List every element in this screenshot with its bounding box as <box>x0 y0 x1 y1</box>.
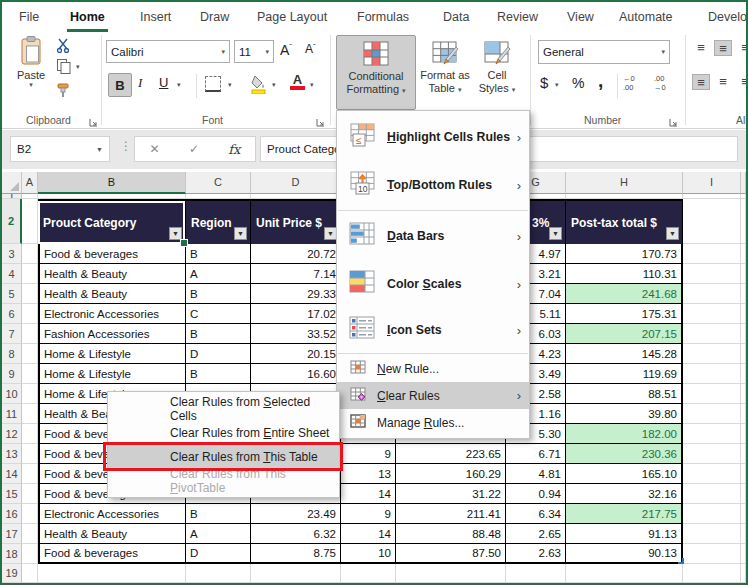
cell-H10[interactable]: 88.51 <box>566 384 683 404</box>
menu-item-data-bars[interactable]: Data Bars › <box>337 212 529 260</box>
clipboard-dialog-launcher-icon[interactable] <box>88 114 98 124</box>
cell-I10[interactable] <box>683 384 741 404</box>
tab-insert[interactable]: Insert <box>140 2 171 32</box>
cell-H5[interactable]: 241.68 <box>566 284 683 304</box>
tab-page-layout[interactable]: Page Layout <box>257 2 327 32</box>
conditional-formatting-button[interactable]: Conditional Formatting ▾ <box>336 35 416 110</box>
tab-formulas[interactable]: Formulas <box>357 2 409 32</box>
cell-I17[interactable] <box>683 524 741 544</box>
tab-file[interactable]: File <box>19 2 39 32</box>
separator-dots-icon[interactable]: ⋮ <box>120 139 132 153</box>
table-header-cell-C2[interactable]: Region▼ <box>186 199 251 244</box>
increase-decimal-icon[interactable]: ←0.00 <box>623 74 635 92</box>
chevron-down-icon[interactable]: ▾ <box>555 81 559 89</box>
row-header-2[interactable]: 2 <box>2 199 22 244</box>
cell-I2[interactable] <box>683 199 741 244</box>
cell-E18[interactable]: 10 <box>341 544 396 564</box>
cell-H13[interactable]: 230.36 <box>566 444 683 464</box>
cell-D4[interactable]: 7.14 <box>251 264 341 284</box>
cell-I9[interactable] <box>683 364 741 384</box>
cell-H9[interactable]: 119.69 <box>566 364 683 384</box>
cell-C17[interactable]: A <box>186 524 251 544</box>
cell-H14[interactable]: 165.10 <box>566 464 683 484</box>
row-header-4[interactable]: 4 <box>2 264 22 284</box>
row-header-3[interactable]: 3 <box>2 244 22 264</box>
cell-H18[interactable]: 90.13 <box>566 544 683 564</box>
cell-E15[interactable]: 14 <box>341 484 396 504</box>
cell-G13[interactable]: 6.71 <box>506 444 566 464</box>
filter-button[interactable]: ▼ <box>666 227 679 240</box>
row-header-16[interactable]: 16 <box>2 504 22 524</box>
increase-font-size-button[interactable]: Aˆ <box>280 42 292 58</box>
menu-item-new-rule[interactable]: New Rule... <box>337 355 529 382</box>
menu-item-clear-this-table[interactable]: Clear Rules from This Table <box>108 445 339 469</box>
fill-handle[interactable] <box>180 239 188 247</box>
menu-item-top-bottom-rules[interactable]: 10 Top/Bottom Rules › <box>337 161 529 209</box>
cell-H16[interactable]: 217.75 <box>566 504 683 524</box>
cell-B3[interactable]: Food & beverages <box>38 244 186 264</box>
cell-A14[interactable] <box>22 464 38 484</box>
cell-styles-button[interactable]: Cell Styles ▾ <box>472 35 522 110</box>
table-resize-handle[interactable] <box>678 558 684 564</box>
cell-A12[interactable] <box>22 424 38 444</box>
cell-B7[interactable]: Fashion Accessories <box>38 324 186 344</box>
cell-C8[interactable]: D <box>186 344 251 364</box>
cell-E13[interactable]: 9 <box>341 444 396 464</box>
menu-item-clear-entire-sheet[interactable]: Clear Rules from Entire Sheet <box>108 421 339 445</box>
cell-C7[interactable]: B <box>186 324 251 344</box>
row-header-15[interactable]: 15 <box>2 484 22 504</box>
tab-data[interactable]: Data <box>443 2 469 32</box>
cell-E16[interactable]: 9 <box>341 504 396 524</box>
cell-I18[interactable] <box>683 544 741 564</box>
cell-A13[interactable] <box>22 444 38 464</box>
chevron-down-icon[interactable]: ▾ <box>177 81 181 89</box>
cell-F17[interactable]: 88.48 <box>396 524 506 544</box>
cell-C19[interactable] <box>186 564 251 583</box>
cell-A11[interactable] <box>22 404 38 424</box>
cell-H6[interactable]: 175.31 <box>566 304 683 324</box>
font-size-combo[interactable]: 11▾ <box>234 40 274 63</box>
row-header-17[interactable]: 17 <box>2 524 22 544</box>
cell-A17[interactable] <box>22 524 38 544</box>
center-button[interactable]: ≡ <box>714 74 732 90</box>
cell-B19[interactable] <box>38 564 186 583</box>
copy-icon[interactable] <box>56 58 72 79</box>
cell-D17[interactable]: 6.32 <box>251 524 341 544</box>
row-header-6[interactable]: 6 <box>2 304 22 324</box>
chevron-down-icon[interactable]: ▼ <box>96 146 103 153</box>
cell-A5[interactable] <box>22 284 38 304</box>
cell-A19[interactable] <box>22 564 38 583</box>
cell-H15[interactable]: 32.16 <box>566 484 683 504</box>
cancel-icon[interactable]: ✕ <box>150 142 160 156</box>
cell-I13[interactable] <box>683 444 741 464</box>
chevron-down-icon[interactable]: ▾ <box>272 81 276 89</box>
menu-item-clear-selected-cells[interactable]: Clear Rules from Selected Cells <box>108 397 339 421</box>
cell-F18[interactable]: 87.50 <box>396 544 506 564</box>
menu-item-highlight-cells-rules[interactable]: ≤ Highlight Cells Rules › <box>337 113 529 161</box>
cell-H19[interactable] <box>566 564 683 583</box>
column-header-D[interactable]: D <box>251 172 341 194</box>
chevron-down-icon[interactable]: ▾ <box>76 63 80 71</box>
cell-B4[interactable]: Health & Beauty <box>38 264 186 284</box>
tab-review[interactable]: Review <box>497 2 538 32</box>
cell-A16[interactable] <box>22 504 38 524</box>
column-header-B[interactable]: B <box>38 172 186 194</box>
table-header-cell-D2[interactable]: Unit Price $▼ <box>251 199 341 244</box>
table-header-cell-H2[interactable]: Post-tax total $▼ <box>566 199 683 244</box>
align-left-button[interactable]: ≡ <box>692 74 710 90</box>
cell-I12[interactable] <box>683 424 741 444</box>
column-header-I[interactable]: I <box>683 172 741 194</box>
cell-A3[interactable] <box>22 244 38 264</box>
cell-C16[interactable]: B <box>186 504 251 524</box>
cell-A10[interactable] <box>22 384 38 404</box>
cell-B8[interactable]: Home & Lifestyle <box>38 344 186 364</box>
cell-G16[interactable]: 6.34 <box>506 504 566 524</box>
bottom-align-button[interactable]: ≡ <box>736 40 748 56</box>
cell-D18[interactable]: 8.75 <box>251 544 341 564</box>
table-header-cell-B2[interactable]: Prouct Category▼ <box>38 199 186 244</box>
cell-I3[interactable] <box>683 244 741 264</box>
cell-D7[interactable]: 33.52 <box>251 324 341 344</box>
cell-E14[interactable]: 13 <box>341 464 396 484</box>
row-header-5[interactable]: 5 <box>2 284 22 304</box>
percent-format-button[interactable]: % <box>572 75 584 91</box>
